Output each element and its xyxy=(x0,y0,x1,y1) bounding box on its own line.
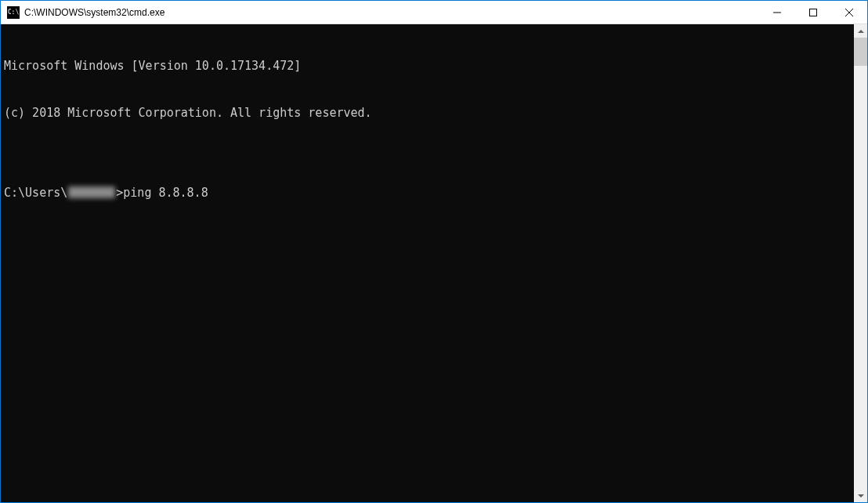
scrollbar-up-arrow[interactable] xyxy=(854,24,867,38)
close-icon xyxy=(845,9,853,16)
cmd-icon: C:\ xyxy=(7,6,20,19)
vertical-scrollbar[interactable] xyxy=(854,24,867,502)
terminal-container: Microsoft Windows [Version 10.0.17134.47… xyxy=(1,24,867,502)
maximize-icon xyxy=(809,9,817,16)
terminal-prompt-line: C:\Users\>ping 8.8.8.8 xyxy=(4,185,851,201)
minimize-icon xyxy=(773,9,781,16)
prompt-username-redacted xyxy=(68,186,115,198)
prompt-prefix: C:\Users\ xyxy=(4,185,67,201)
terminal-line-copyright: (c) 2018 Microsoft Corporation. All righ… xyxy=(4,105,851,121)
svg-rect-1 xyxy=(810,9,817,16)
scrollbar-track[interactable] xyxy=(854,38,867,489)
chevron-down-icon xyxy=(858,494,864,498)
terminal-line-version: Microsoft Windows [Version 10.0.17134.47… xyxy=(4,58,851,74)
window-title: C:\WINDOWS\system32\cmd.exe xyxy=(24,7,759,18)
chevron-up-icon xyxy=(858,30,864,33)
minimize-button[interactable] xyxy=(759,1,795,24)
maximize-button[interactable] xyxy=(795,1,831,24)
prompt-suffix: > xyxy=(116,185,123,201)
scrollbar-thumb[interactable] xyxy=(854,38,867,66)
close-button[interactable] xyxy=(831,1,867,24)
svg-marker-5 xyxy=(858,494,864,498)
terminal-output[interactable]: Microsoft Windows [Version 10.0.17134.47… xyxy=(1,24,854,502)
title-bar: C:\ C:\WINDOWS\system32\cmd.exe xyxy=(1,1,867,24)
svg-marker-4 xyxy=(858,30,864,33)
window-controls xyxy=(759,1,867,24)
scrollbar-down-arrow[interactable] xyxy=(854,489,867,502)
prompt-command: ping 8.8.8.8 xyxy=(123,185,208,201)
